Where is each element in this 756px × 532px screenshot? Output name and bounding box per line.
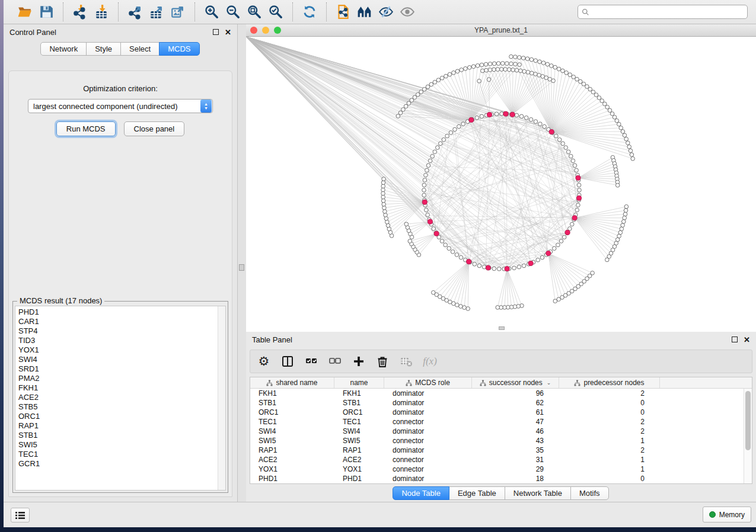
close-table-panel-icon[interactable]: ✕ [744,335,750,344]
open-file-button[interactable] [14,2,36,21]
export-image-button[interactable] [167,2,189,21]
table-row[interactable]: ORC1ORC1dominator610 [250,408,744,417]
table-cell: FKH1 [250,389,334,398]
column-header-predecessor-nodes[interactable]: predecessor nodes [559,377,660,388]
result-item[interactable]: SWI4 [15,355,218,364]
result-item[interactable]: SWI5 [15,440,218,450]
vertical-splitter[interactable] [238,24,246,502]
tab-network[interactable]: Network [40,42,87,56]
tab-network-table[interactable]: Network Table [505,486,571,500]
select-all-rows-button[interactable] [304,354,319,369]
memory-button[interactable]: Memory [703,507,751,523]
network-window-titlebar[interactable]: YPA_prune.txt_1 [246,24,756,37]
tab-mcds[interactable]: MCDS [159,42,199,56]
float-panel-icon[interactable] [213,29,219,35]
result-item[interactable]: ACE2 [15,393,218,402]
tab-style[interactable]: Style [86,42,121,56]
result-item[interactable]: GCR1 [15,459,218,469]
table-scrollbar[interactable] [744,389,752,483]
table-row[interactable]: SWI4SWI4dominator462 [250,427,744,436]
import-network-button[interactable] [69,2,91,21]
table-row[interactable]: YOX1YOX1connector291 [250,464,744,474]
org-chart-icon [574,380,580,386]
hide-selected-icon [378,4,394,20]
column-header-MCDS-role[interactable]: MCDS role [384,377,472,388]
search-box[interactable] [578,5,748,19]
search-input[interactable] [592,8,744,16]
result-item[interactable]: STB5 [15,402,218,412]
optimization-criterion-select[interactable]: largest connected component (undirected)… [28,99,213,113]
export-table-icon [149,4,164,20]
unselect-all-rows-button[interactable] [327,354,343,369]
mcds-result-title: MCDS result (17 nodes) [17,296,104,305]
table-row[interactable]: STB1STB1dominator620 [250,398,744,408]
network-canvas[interactable] [246,37,756,332]
org-chart-icon [266,380,273,386]
zoom-out-button[interactable] [222,2,244,21]
table-row[interactable]: SWI5SWI5connector431 [250,436,744,446]
panel-menu-button[interactable] [11,508,30,523]
table-panel-title: Table Panel [252,335,292,344]
column-header-successor-nodes[interactable]: successor nodes⌄ [472,377,559,388]
result-item[interactable]: YOX1 [15,345,218,355]
table-row[interactable]: FKH1FKH1dominator962 [250,389,744,398]
result-item[interactable]: STP4 [15,326,218,336]
table-row[interactable]: ACE2ACE2connector311 [250,455,744,464]
result-item[interactable]: TEC1 [15,450,218,459]
table-cell: 1 [559,437,660,445]
result-item[interactable]: FKH1 [15,383,218,393]
mcds-result-list[interactable]: PHD1CAR1STP4TID3YOX1SWI4SRD1PMA2FKH1ACE2… [15,306,226,491]
first-neighbors-button[interactable] [354,2,375,21]
close-panel-button[interactable]: Close panel [124,121,185,136]
column-header-name[interactable]: name [334,377,384,388]
new-network-from-selection-button[interactable] [333,2,354,21]
show-all-button[interactable] [397,2,418,21]
result-item[interactable]: TID3 [15,336,218,345]
result-item[interactable]: RAP1 [15,421,218,431]
splitter-handle[interactable] [239,264,244,271]
add-column-button[interactable] [351,354,366,369]
run-mcds-button[interactable]: Run MCDS [56,121,116,136]
tab-edge-table[interactable]: Edge Table [449,486,505,500]
tab-node-table[interactable]: Node Table [393,486,449,500]
table-cell: RAP1 [250,446,334,454]
table-settings-button[interactable]: ⚙ [256,354,272,369]
delete-column-button[interactable] [375,354,390,369]
table-row[interactable]: PHD1PHD1dominator180 [250,474,744,483]
result-item[interactable]: STB1 [15,431,218,440]
hide-selected-button[interactable] [375,2,397,21]
zoom-in-button[interactable] [201,2,222,21]
zoom-selected-button[interactable] [265,2,286,21]
table-cell: 0 [559,475,660,483]
table-cell: 29 [472,465,559,473]
table-cell: TEC1 [334,418,384,426]
result-item[interactable]: SRD1 [15,364,218,374]
network-graph[interactable] [246,37,756,331]
refresh-button[interactable] [299,2,320,21]
result-list-scrollbar[interactable] [218,306,225,490]
result-item[interactable]: CAR1 [15,317,218,326]
horizontal-splitter-handle[interactable] [499,326,505,330]
save-session-button[interactable] [36,2,57,21]
table-scrollbar-thumb[interactable] [745,391,751,450]
tab-select[interactable]: Select [120,42,160,56]
float-table-panel-icon[interactable] [732,336,738,342]
table-row[interactable]: TEC1TEC1connector472 [250,417,744,427]
close-panel-icon[interactable]: ✕ [225,28,231,37]
export-network-button[interactable] [125,2,146,21]
table-panel: Table Panel ✕ ⚙ f(x) shared namenameMCDS… [246,332,756,502]
column-selector-button[interactable] [280,354,295,369]
result-item[interactable]: ORC1 [15,412,218,421]
import-table-button[interactable] [91,2,112,21]
export-table-button[interactable] [146,2,167,21]
table-cell: 2 [559,446,660,454]
column-header-shared-name[interactable]: shared name [250,377,334,388]
result-item[interactable]: PMA2 [15,374,218,383]
node-table: shared namenameMCDS rolesuccessor nodes⌄… [250,377,752,484]
result-item[interactable]: PHD1 [15,307,218,317]
table-row[interactable]: RAP1RAP1dominator352 [250,446,744,455]
table-cell: dominator [384,446,472,454]
tab-motifs[interactable]: Motifs [570,486,609,500]
zoom-fit-button[interactable] [244,2,265,21]
function-builder-button: f(x) [422,354,438,369]
